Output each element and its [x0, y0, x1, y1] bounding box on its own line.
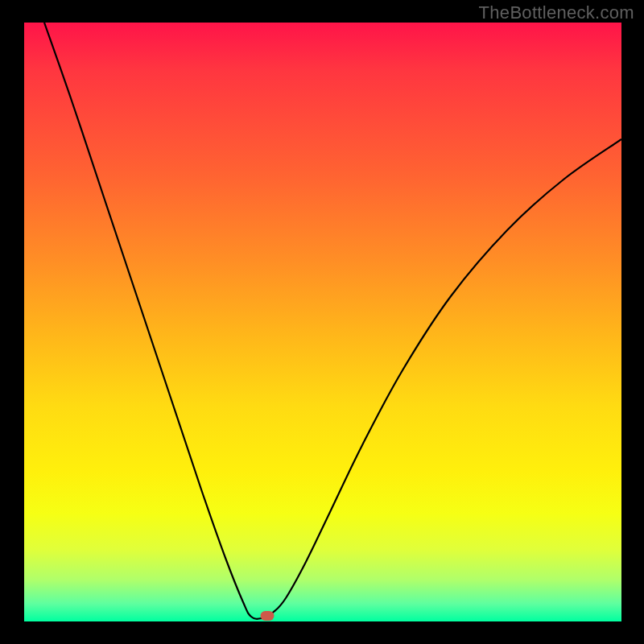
bottleneck-curve: [44, 23, 621, 619]
curve-svg: [24, 23, 621, 621]
optimal-point-marker: [261, 611, 275, 621]
chart-plot-area: [24, 23, 621, 621]
watermark-text: TheBottleneck.com: [479, 2, 634, 23]
